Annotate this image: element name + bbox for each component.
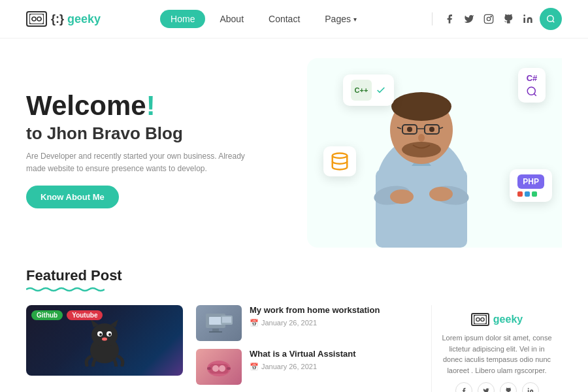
sidebar-social-links: [440, 382, 554, 392]
svg-point-56: [527, 388, 529, 389]
hero-image-area: C++ C# PHP: [294, 52, 562, 248]
know-about-me-button[interactable]: Know About Me: [26, 186, 119, 208]
svg-point-38: [99, 333, 102, 336]
blog-post-item[interactable]: My work from home workstation 📅 January …: [196, 305, 418, 341]
featured-section: Featured Post: [0, 254, 588, 392]
svg-rect-52: [227, 367, 231, 370]
sidebar-logo-icon: [471, 313, 489, 326]
svg-point-39: [108, 333, 111, 336]
twitter-icon[interactable]: [463, 12, 476, 25]
calendar-icon: 📅: [250, 319, 259, 327]
svg-rect-12: [376, 169, 467, 248]
php-card: PHP: [510, 169, 552, 202]
svg-point-49: [212, 365, 219, 372]
svg-point-23: [418, 134, 425, 142]
post-thumbnail-virtual: [196, 349, 242, 385]
svg-rect-51: [207, 367, 211, 370]
svg-point-21: [407, 127, 412, 132]
sidebar-facebook-icon[interactable]: [455, 382, 472, 392]
sidebar-linkedin-icon[interactable]: [522, 382, 539, 392]
sidebar-twitter-icon[interactable]: [478, 382, 495, 392]
post-info: What is a Virtual Assistant 📅 January 26…: [250, 349, 418, 371]
svg-point-55: [481, 318, 484, 321]
svg-line-30: [534, 93, 536, 95]
cpp-card: C++: [343, 74, 394, 106]
svg-point-27: [429, 187, 453, 201]
svg-point-50: [219, 365, 225, 372]
svg-point-33: [91, 323, 118, 347]
svg-rect-48: [209, 364, 229, 374]
svg-point-7: [491, 16, 491, 17]
chevron-down-icon: ▾: [353, 16, 357, 23]
facebook-icon[interactable]: [443, 12, 456, 25]
svg-point-28: [390, 189, 414, 204]
svg-rect-42: [209, 317, 222, 325]
nav-pages[interactable]: Pages ▾: [314, 10, 367, 28]
post-date-virtual: 📅 January 26, 2021: [250, 363, 418, 371]
logo-icon: [26, 11, 47, 27]
wavy-underline: [26, 287, 105, 292]
svg-point-24: [402, 142, 441, 157]
calendar-icon: 📅: [250, 363, 259, 371]
post-thumbnail-workstation: [196, 305, 242, 341]
linkedin-icon[interactable]: [521, 12, 534, 25]
instagram-icon[interactable]: [482, 12, 495, 25]
sidebar-logo-text: geeky: [493, 314, 523, 325]
tag-github: Github: [31, 310, 63, 320]
nav-home[interactable]: Home: [160, 10, 205, 28]
post-title: My work from home workstation: [250, 305, 418, 316]
svg-line-10: [553, 21, 555, 23]
svg-rect-5: [484, 14, 493, 23]
svg-point-22: [429, 127, 434, 132]
svg-point-40: [102, 338, 107, 341]
nav-about[interactable]: About: [209, 10, 254, 28]
blog-post-item[interactable]: What is a Virtual Assistant 📅 January 26…: [196, 349, 418, 385]
github-icon[interactable]: [502, 12, 515, 25]
hero-description: Are Developer and recently started your …: [26, 150, 248, 175]
svg-point-9: [547, 16, 553, 22]
nav-menu: Home About Contact Pages ▾: [160, 10, 367, 28]
post-tags: Github Youtube: [31, 310, 103, 320]
hero-title: Welcome!: [26, 91, 294, 121]
database-card: [323, 146, 356, 176]
section-title: Featured Post: [26, 267, 562, 284]
svg-point-31: [333, 154, 348, 159]
post-info: My work from home workstation 📅 January …: [250, 305, 418, 327]
nav-contact[interactable]: Contact: [258, 10, 310, 28]
featured-main-post[interactable]: Github Youtube: [26, 305, 183, 376]
svg-point-15: [391, 92, 451, 121]
search-button[interactable]: [540, 8, 562, 30]
svg-rect-44: [209, 331, 222, 333]
post-title-virtual: What is a Virtual Assistant: [250, 349, 418, 360]
tag-youtube: Youtube: [67, 310, 103, 320]
hero-subtitle: to Jhon Bravo Blog: [26, 123, 294, 144]
nav-divider: [432, 12, 433, 25]
logo-text: {:} geeky: [51, 12, 101, 26]
sidebar-github-icon[interactable]: [500, 382, 517, 392]
post-date: 📅 January 26, 2021: [250, 319, 418, 327]
svg-point-6: [487, 17, 490, 20]
logo[interactable]: {:} geeky: [26, 11, 101, 27]
blog-sidebar: geeky Lorem ipsum dolor sit amet, conse …: [431, 305, 562, 392]
hero-section: Welcome! to Jhon Bravo Blog Are Develope…: [0, 39, 588, 254]
svg-rect-46: [222, 317, 231, 323]
csharp-card: C#: [518, 68, 546, 103]
svg-point-29: [527, 87, 535, 95]
navbar: {:} geeky Home About Contact Pages ▾: [0, 0, 588, 39]
svg-point-8: [523, 14, 525, 16]
svg-rect-43: [212, 329, 219, 331]
sidebar-logo: geeky: [440, 313, 554, 326]
social-links: [443, 12, 534, 25]
blog-layout: Github Youtube: [26, 305, 562, 392]
hero-content: Welcome! to Jhon Bravo Blog Are Develope…: [26, 91, 294, 209]
svg-point-54: [476, 318, 480, 321]
blog-post-list: My work from home workstation 📅 January …: [196, 305, 418, 392]
sidebar-description: Lorem ipsum dolor sit amet, conse lictet…: [440, 333, 554, 376]
